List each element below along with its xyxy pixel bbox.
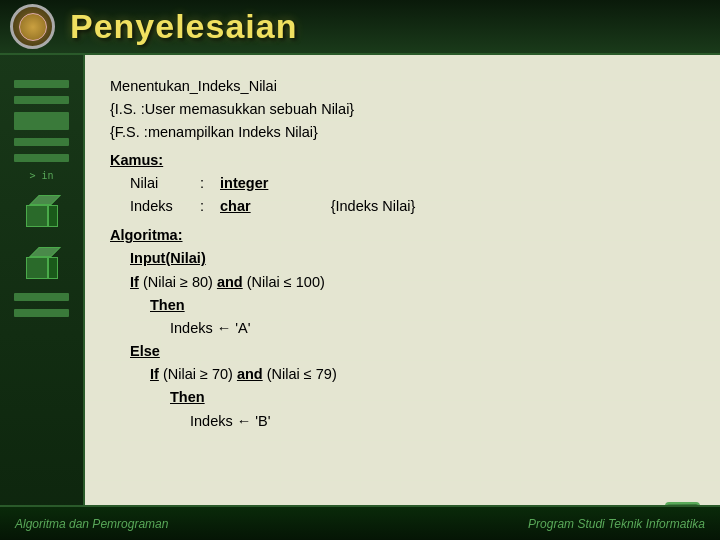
nilai-colon: : [200, 172, 220, 195]
indeks-b-line: Indeks ← 'B' [110, 410, 695, 433]
sidebar-decorations: > in [14, 70, 69, 317]
cube-side [48, 205, 58, 227]
then-label2: Then [110, 386, 695, 409]
kamus-row-nilai: Nilai : integer [110, 172, 695, 195]
footer-right: Program Studi Teknik Informatika [528, 517, 705, 531]
nilai-label: Nilai [130, 172, 200, 195]
sidebar-block-2 [14, 96, 69, 104]
content-text: Menentukan_Indeks_Nilai {I.S. :User mema… [110, 75, 695, 433]
if-line2: If (Nilai ≥ 70) and (Nilai ≤ 79) [110, 363, 695, 386]
sidebar-block-7 [14, 309, 69, 317]
left-sidebar: > in [0, 0, 85, 540]
kamus-row-indeks: Indeks : char {Indeks Nilai} [110, 195, 695, 218]
kamus-label: Kamus: [110, 149, 163, 172]
cube-front-2 [26, 257, 48, 279]
title-line: Menentukan_Indeks_Nilai [110, 75, 695, 98]
indeks-type: char [220, 195, 251, 218]
indeks-a-line: Indeks ← 'A' [110, 317, 695, 340]
page-wrapper: > in Penyelesaian Menentukan_Indeks_Nila… [0, 0, 720, 540]
algo-label: Algoritma: [110, 224, 183, 247]
indeks-comment: {Indeks Nilai} [331, 195, 416, 218]
indeks-colon: : [200, 195, 220, 218]
footer-left: Algoritma dan Pemrograman [15, 517, 168, 531]
then-label1: Then [110, 294, 695, 317]
indeks-label: Indeks [130, 195, 200, 218]
logo-inner [19, 13, 47, 41]
cube-icon-1 [26, 195, 58, 227]
cube-top-2 [29, 247, 61, 257]
sidebar-block-1 [14, 80, 69, 88]
header: Penyelesaian [0, 0, 720, 55]
cube-front [26, 205, 48, 227]
sidebar-block-4 [14, 138, 69, 146]
sidebar-block-3 [14, 112, 69, 130]
logo [10, 4, 55, 49]
content-area: Menentukan_Indeks_Nilai {I.S. :User mema… [85, 55, 720, 505]
sidebar-block-6 [14, 293, 69, 301]
input-line: Input(Nilai) [110, 247, 695, 270]
cube-top [29, 195, 61, 205]
nilai-type: integer [220, 172, 268, 195]
bottom-bar: Algoritma dan Pemrograman Program Studi … [0, 505, 720, 540]
is-line1: {I.S. :User memasukkan sebuah Nilai} [110, 98, 695, 121]
if-line1: If (Nilai ≥ 80) and (Nilai ≤ 100) [110, 271, 695, 294]
cube-side-2 [48, 257, 58, 279]
cube-icon-2 [26, 247, 58, 279]
sidebar-block-5 [14, 154, 69, 162]
page-title: Penyelesaian [70, 7, 297, 46]
else-label: Else [110, 340, 695, 363]
terminal-text: > in [29, 170, 53, 181]
is-line2: {F.S. :menampilkan Indeks Nilai} [110, 121, 695, 144]
